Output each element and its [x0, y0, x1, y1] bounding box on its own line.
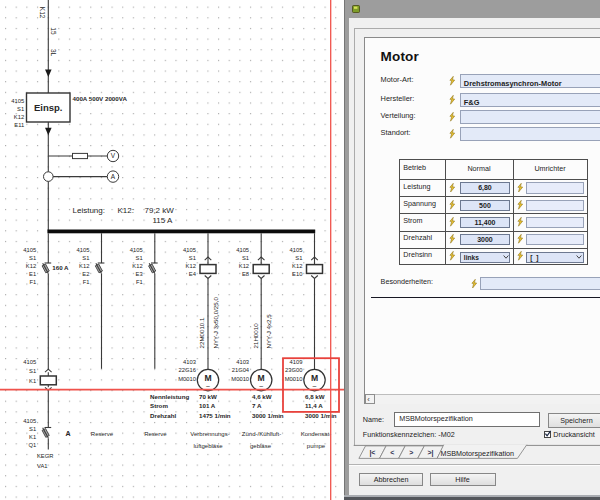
- svg-text:K12: K12: [79, 263, 89, 269]
- svg-text:S1: S1: [82, 255, 89, 261]
- svg-text:V: V: [111, 152, 116, 159]
- svg-text:S1: S1: [29, 368, 36, 374]
- svg-text:E10: E10: [292, 271, 302, 277]
- svg-text:>: >: [409, 449, 413, 456]
- svg-text:15: 15: [50, 27, 57, 35]
- svg-text:E3: E3: [136, 271, 143, 277]
- svg-text:F1: F1: [29, 279, 36, 285]
- svg-text:22M0010.1: 22M0010.1: [198, 317, 205, 349]
- svg-text:S1: S1: [295, 255, 302, 261]
- svg-text:1475 1/min: 1475 1/min: [199, 412, 231, 419]
- svg-text:VA1: VA1: [37, 463, 48, 469]
- svg-text:A: A: [65, 430, 70, 437]
- svg-text:KEGR: KEGR: [37, 453, 53, 459]
- svg-text:A: A: [111, 173, 116, 180]
- svg-text:21G04: 21G04: [232, 367, 250, 373]
- svg-text:Reserve: Reserve: [91, 431, 114, 437]
- svg-text:4105: 4105: [23, 247, 36, 253]
- svg-text:Strom: Strom: [150, 402, 168, 409]
- svg-text:Leistung:: Leistung:: [73, 206, 105, 215]
- svg-text:6,8 kW: 6,8 kW: [305, 393, 325, 400]
- svg-text:3L: 3L: [50, 49, 57, 57]
- svg-text:7 A: 7 A: [252, 402, 262, 409]
- svg-text:4105: 4105: [183, 247, 196, 253]
- svg-text:4105: 4105: [130, 247, 143, 253]
- svg-text:S1: S1: [17, 106, 24, 112]
- svg-text:<: <: [390, 449, 394, 456]
- svg-text:Drehzahl: Drehzahl: [150, 412, 176, 419]
- svg-text:160 A: 160 A: [52, 264, 69, 271]
- svg-text:K12: K12: [186, 263, 196, 269]
- svg-text:S1: S1: [242, 255, 249, 261]
- svg-text:4105: 4105: [23, 418, 36, 424]
- svg-text:S1: S1: [189, 255, 196, 261]
- svg-text:K12: K12: [14, 114, 24, 120]
- svg-text:4109: 4109: [289, 359, 302, 365]
- svg-text:3000 1/min: 3000 1/min: [305, 412, 337, 419]
- svg-text:luftgebläse: luftgebläse: [193, 443, 223, 449]
- svg-text:4,6 kW: 4,6 kW: [252, 393, 272, 400]
- svg-text:3000 1/min: 3000 1/min: [252, 412, 284, 419]
- svg-text:MSBMotorspezifikation: MSBMotorspezifikation: [441, 449, 515, 458]
- svg-text:E4: E4: [189, 271, 197, 277]
- svg-text:79,2 kW: 79,2 kW: [145, 206, 175, 215]
- svg-text:M0010: M0010: [285, 376, 303, 382]
- svg-text:22G16: 22G16: [178, 367, 195, 373]
- svg-text:21H0010: 21H0010: [252, 323, 259, 349]
- svg-text:K12: K12: [292, 263, 302, 269]
- svg-text:S1: S1: [29, 426, 36, 432]
- svg-text:E11: E11: [14, 122, 24, 128]
- svg-text:4105: 4105: [289, 247, 302, 253]
- svg-text:4105: 4105: [11, 98, 24, 104]
- svg-text:K1: K1: [29, 434, 36, 440]
- svg-text:M: M: [258, 373, 265, 383]
- svg-text:M: M: [311, 373, 318, 383]
- svg-text:NYY-J 4x2,5: NYY-J 4x2,5: [265, 314, 272, 349]
- svg-text:K12: K12: [239, 263, 249, 269]
- svg-text:>|: >|: [428, 449, 434, 457]
- svg-text:NYY-J 3x50,0/25,0: NYY-J 3x50,0/25,0: [212, 297, 219, 349]
- svg-text:|<: |<: [369, 449, 375, 457]
- svg-text:K1: K1: [29, 378, 36, 384]
- svg-text:101 A: 101 A: [199, 402, 216, 409]
- svg-text:4103: 4103: [183, 359, 196, 365]
- svg-text:E8: E8: [242, 271, 249, 277]
- svg-text:S1: S1: [136, 255, 143, 261]
- svg-text:F1: F1: [136, 279, 143, 285]
- svg-text:K12: K12: [39, 7, 46, 19]
- svg-text:4103: 4103: [236, 359, 249, 365]
- svg-text:Q1: Q1: [28, 442, 36, 448]
- svg-text:gebläse: gebläse: [250, 443, 272, 449]
- svg-text:M0010: M0010: [231, 376, 249, 382]
- svg-text:F1: F1: [83, 279, 90, 285]
- svg-text:4105: 4105: [23, 359, 36, 365]
- svg-text:K12: K12: [132, 263, 142, 269]
- svg-text:M0010: M0010: [178, 376, 196, 382]
- svg-text:70 kW: 70 kW: [199, 393, 217, 400]
- svg-text:4105: 4105: [236, 247, 249, 253]
- svg-text:E1: E1: [29, 271, 36, 277]
- svg-text:K12:: K12:: [118, 206, 134, 215]
- svg-text:400A 500V 2000VA: 400A 500V 2000VA: [73, 95, 128, 102]
- svg-text:4105: 4105: [76, 247, 89, 253]
- svg-text:pumpe: pumpe: [307, 443, 326, 449]
- svg-text:115 A: 115 A: [153, 216, 174, 225]
- svg-text:Zünd-/Kühlluft-: Zünd-/Kühlluft-: [242, 431, 281, 437]
- svg-text:M: M: [204, 373, 211, 383]
- svg-text:K12: K12: [26, 263, 36, 269]
- svg-text:S1: S1: [29, 255, 36, 261]
- svg-text:Verbrennungs-: Verbrennungs-: [190, 431, 229, 437]
- svg-text:Nennleistung: Nennleistung: [150, 393, 189, 400]
- svg-text:11,4 A: 11,4 A: [305, 402, 323, 409]
- svg-text:Einsp.: Einsp.: [34, 102, 63, 113]
- svg-text:E2: E2: [82, 271, 89, 277]
- svg-text:23G00: 23G00: [285, 367, 302, 373]
- svg-text:Reserve: Reserve: [144, 431, 167, 437]
- svg-text:Kondensat-: Kondensat-: [301, 431, 332, 437]
